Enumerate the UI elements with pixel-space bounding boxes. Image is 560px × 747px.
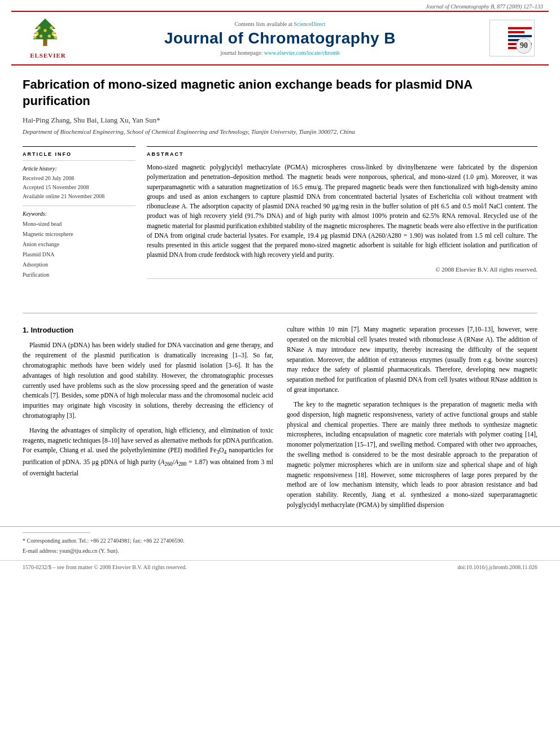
logo-line-3 — [508, 35, 532, 37]
corresponding-author-note: * Corresponding author. Tel.: +86 22 274… — [23, 536, 537, 545]
intro-para-2: Having the advantages of simplicity of o… — [23, 426, 273, 479]
article-info-panel: ARTICLE INFO Article history: Received 2… — [23, 146, 135, 285]
keyword-6: Purification — [23, 270, 135, 280]
right-logo-box: 90 — [489, 20, 535, 56]
svg-point-9 — [54, 36, 58, 38]
column-left: 1. Introduction Plasmid DNA (pDNA) has b… — [23, 325, 273, 515]
journal-ref-text: Journal of Chromatography B, 877 (2009) … — [426, 3, 543, 10]
email-note: E-mail address: ysun@tju.edu.cn (Y. Sun)… — [23, 547, 537, 555]
received-date: Received 20 July 2008 — [23, 174, 135, 183]
journal-title: Journal of Chromatography B — [79, 29, 481, 47]
elsevier-wordmark: ELSEVIER — [23, 52, 73, 59]
svg-point-11 — [48, 34, 51, 38]
section-divider — [23, 313, 537, 313]
svg-point-5 — [50, 27, 53, 30]
journal-center: Contents lists available at ScienceDirec… — [73, 21, 487, 56]
keyword-3: Anion exchange — [23, 239, 135, 250]
copyright-line: © 2008 Elsevier B.V. All rights reserved… — [147, 266, 537, 279]
article-affiliation: Department of Biochemical Engineering, S… — [23, 128, 537, 135]
keyword-2: Magnetic microsphere — [23, 229, 135, 239]
article-body: ARTICLE INFO Article history: Received 2… — [23, 146, 537, 285]
footer-bar: 1570-0232/$ – see front matter © 2008 El… — [0, 560, 560, 574]
elsevier-logo: ELSEVIER — [23, 18, 73, 59]
logo-line-1 — [508, 27, 532, 29]
history-block: Article history: Received 20 July 2008 A… — [23, 160, 135, 201]
keyword-5: Adsorption — [23, 260, 135, 270]
svg-point-8 — [33, 36, 37, 38]
keyword-1: Mono-sized bead — [23, 219, 135, 229]
journal-logo-right: 90 — [487, 20, 537, 56]
article-info-title: ARTICLE INFO — [23, 151, 135, 157]
abstract-panel: ABSTRACT Mono-sized magnetic polyglycidy… — [147, 146, 537, 285]
column-right: culture within 10 min [7]. Many magnetic… — [287, 325, 537, 515]
svg-rect-0 — [43, 38, 47, 46]
footnote-area: * Corresponding author. Tel.: +86 22 274… — [0, 526, 560, 560]
article-authors: Hai-Ping Zhang, Shu Bai, Liang Xu, Yan S… — [23, 116, 537, 125]
journal-citation: Journal of Chromatography B, 877 (2009) … — [0, 0, 560, 11]
page-wrapper: Journal of Chromatography B, 877 (2009) … — [0, 0, 560, 747]
right-para-2: The key to the magnetic separation techn… — [287, 400, 537, 510]
journal-homepage: journal homepage: www.elsevier.com/locat… — [79, 50, 481, 56]
issn-text: 1570-0232/$ – see front matter © 2008 El… — [23, 564, 187, 570]
contents-text: Contents lists available at — [234, 21, 292, 27]
accepted-date: Accepted 15 November 2008 — [23, 183, 135, 192]
available-date: Available online 21 November 2008 — [23, 192, 135, 201]
homepage-label: journal homepage: — [221, 50, 263, 56]
keywords-block: Keywords: Mono-sized bead Magnetic micro… — [23, 206, 135, 280]
keywords-label: Keywords: — [23, 211, 135, 217]
footnote-rule — [23, 532, 90, 533]
keyword-4: Plasmid DNA — [23, 250, 135, 260]
svg-point-4 — [37, 27, 41, 30]
svg-point-12 — [43, 29, 47, 32]
abstract-title: ABSTRACT — [147, 151, 537, 157]
intro-heading: 1. Introduction — [23, 325, 273, 336]
right-para-1: culture within 10 min [7]. Many magnetic… — [287, 325, 537, 395]
two-column-body: 1. Introduction Plasmid DNA (pDNA) has b… — [0, 319, 560, 526]
homepage-url[interactable]: www.elsevier.com/locate/chromb — [264, 50, 340, 56]
journal-header: ELSEVIER Contents lists available at Sci… — [11, 11, 549, 65]
keywords-list: Mono-sized bead Magnetic microsphere Ani… — [23, 219, 135, 280]
article-title: Fabrication of mono-sized magnetic anion… — [23, 77, 537, 109]
article-content: Fabrication of mono-sized magnetic anion… — [0, 65, 560, 307]
abstract-text: Mono-sized magnetic polyglycidyl methacr… — [147, 163, 537, 260]
sciencedirect-line: Contents lists available at ScienceDirec… — [79, 21, 481, 27]
logo-line-2 — [508, 31, 524, 33]
history-label: Article history: — [23, 165, 135, 172]
elsevier-logo-svg — [23, 18, 68, 49]
sciencedirect-link[interactable]: ScienceDirect — [294, 21, 325, 27]
impact-factor-badge: 90 — [516, 38, 532, 54]
svg-point-7 — [52, 32, 55, 35]
svg-point-10 — [40, 34, 43, 38]
intro-para-1: Plasmid DNA (pDNA) has been widely studi… — [23, 340, 273, 421]
doi-text: doi:10.1016/j.jchromb.2008.11.026 — [457, 564, 537, 570]
svg-point-6 — [36, 32, 39, 35]
